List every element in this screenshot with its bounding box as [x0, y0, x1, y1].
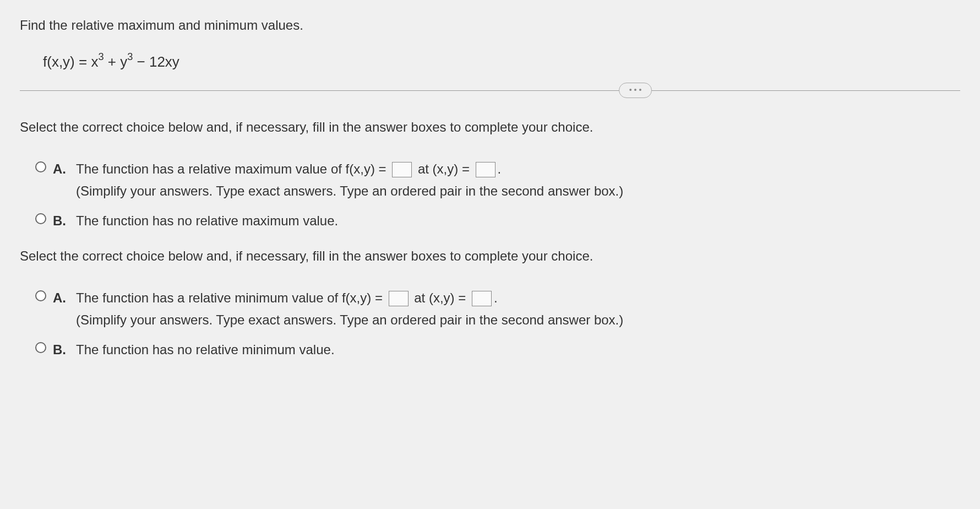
- choice-text-part2-b: The function has no relative minimum val…: [76, 340, 960, 360]
- choice-letter-a-2: A.: [53, 288, 67, 308]
- instruction-part2: Select the correct choice below and, if …: [20, 246, 960, 266]
- choice-part1-a: A. The function has a relative maximum v…: [35, 157, 960, 201]
- choice-text-part1-b: The function has no relative maximum val…: [76, 211, 960, 231]
- choice-text-part2-a: The function has a relative minimum valu…: [76, 288, 960, 330]
- answer-box-max-value[interactable]: [392, 162, 412, 177]
- choice-letter-a: A.: [53, 159, 67, 179]
- choice-part2-a: A. The function has a relative minimum v…: [35, 286, 960, 330]
- choice-letter-b: B.: [53, 211, 67, 231]
- choice-part1-b: B. The function has no relative maximum …: [35, 209, 960, 231]
- formula-part-2: + y: [104, 53, 128, 70]
- exponent-1: 3: [98, 51, 104, 62]
- choice-part2-b: B. The function has no relative minimum …: [35, 338, 960, 360]
- radio-part1-b[interactable]: [35, 213, 46, 224]
- choice-text-part1-a: The function has a relative maximum valu…: [76, 159, 960, 201]
- more-button[interactable]: •••: [619, 83, 652, 98]
- radio-part2-b[interactable]: [35, 342, 46, 353]
- answer-box-max-point[interactable]: [476, 162, 496, 177]
- radio-part2-a[interactable]: [35, 290, 46, 301]
- answer-box-min-value[interactable]: [389, 291, 409, 306]
- text-after-p2a: .: [494, 290, 498, 305]
- formula-part-1: f(x,y) = x: [43, 53, 98, 70]
- text-after-p1a: .: [498, 161, 502, 176]
- radio-part1-a[interactable]: [35, 161, 46, 172]
- hint-p2a: (Simplify your answers. Type exact answe…: [76, 310, 960, 330]
- text-before-box1-p2a: The function has a relative minimum valu…: [76, 290, 386, 305]
- text-before-box1-p1a: The function has a relative maximum valu…: [76, 161, 390, 176]
- choice-letter-b-2: B.: [53, 340, 67, 360]
- text-between-p1a: at (x,y) =: [414, 161, 473, 176]
- exponent-2: 3: [127, 51, 133, 62]
- formula-part-3: − 12xy: [133, 53, 179, 70]
- answer-box-min-point[interactable]: [472, 291, 492, 306]
- text-between-p2a: at (x,y) =: [411, 290, 470, 305]
- divider-line: [20, 90, 960, 91]
- divider-container: •••: [20, 90, 960, 91]
- question-prompt: Find the relative maximum and minimum va…: [20, 15, 960, 35]
- instruction-part1: Select the correct choice below and, if …: [20, 117, 960, 137]
- hint-p1a: (Simplify your answers. Type exact answe…: [76, 181, 960, 201]
- formula: f(x,y) = x3 + y3 − 12xy: [43, 51, 960, 73]
